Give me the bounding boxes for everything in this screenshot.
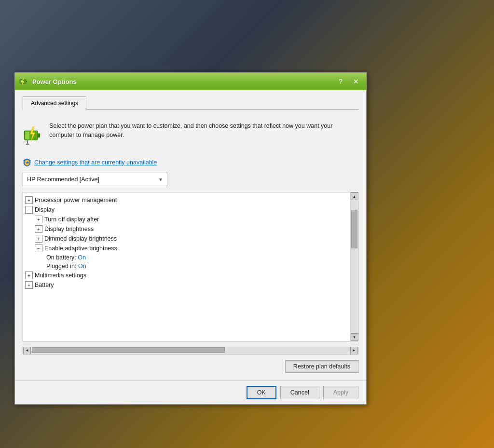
tree-item-multimedia[interactable]: + Multimedia settings bbox=[23, 271, 350, 280]
expand-icon[interactable]: + bbox=[35, 225, 42, 233]
expand-icon[interactable]: − bbox=[35, 244, 42, 252]
close-button[interactable]: ✕ bbox=[350, 75, 362, 88]
expand-icon[interactable]: + bbox=[25, 281, 33, 289]
scroll-left-button[interactable]: ◄ bbox=[23, 347, 31, 354]
svg-rect-8 bbox=[25, 132, 29, 139]
power-icon bbox=[23, 122, 42, 149]
settings-tree: + Processor power management − Display +… bbox=[23, 192, 358, 341]
scroll-down-button[interactable]: ▼ bbox=[351, 333, 358, 341]
h-scroll-thumb[interactable] bbox=[32, 347, 225, 353]
ok-button[interactable]: OK bbox=[247, 386, 276, 399]
title-bar-controls: ? ✕ bbox=[334, 75, 362, 88]
h-scroll-track bbox=[31, 347, 350, 354]
tree-item-adaptive-brightness[interactable]: − Enable adaptive brightness bbox=[23, 244, 350, 253]
tree-item-plugged-in[interactable]: Plugged in: On bbox=[23, 262, 350, 271]
tree-label: Dimmed display brightness bbox=[44, 235, 117, 242]
tree-content: + Processor power management − Display +… bbox=[23, 192, 350, 341]
info-description: Select the power plan that you want to c… bbox=[49, 122, 358, 140]
tree-item-dimmed-brightness[interactable]: + Dimmed display brightness bbox=[23, 234, 350, 244]
expand-icon[interactable]: + bbox=[35, 216, 42, 223]
cancel-button[interactable]: Cancel bbox=[280, 386, 319, 399]
svg-rect-1 bbox=[26, 81, 27, 82]
apply-button[interactable]: Apply bbox=[323, 386, 358, 399]
scroll-right-button[interactable]: ► bbox=[350, 347, 358, 354]
tree-label: Display brightness bbox=[44, 226, 94, 232]
scroll-track bbox=[351, 200, 358, 333]
dialog-body: Advanced settings Select the power plan … bbox=[15, 90, 366, 380]
tab-strip: Advanced settings bbox=[23, 96, 358, 110]
scroll-up-button[interactable]: ▲ bbox=[351, 192, 358, 200]
svg-text:★: ★ bbox=[26, 161, 29, 165]
tree-label: Plugged in: bbox=[46, 263, 78, 270]
tree-item-battery[interactable]: + Battery bbox=[23, 280, 350, 290]
scroll-thumb[interactable] bbox=[351, 210, 357, 248]
shield-icon: ★ bbox=[23, 158, 31, 167]
tree-label: Enable adaptive brightness bbox=[44, 245, 117, 252]
tree-label: Multimedia settings bbox=[35, 272, 86, 279]
tree-label: Processor power management bbox=[35, 197, 117, 204]
info-section: Select the power plan that you want to c… bbox=[23, 117, 358, 150]
tree-label: Battery bbox=[35, 282, 54, 288]
tree-item-display[interactable]: − Display bbox=[23, 205, 350, 215]
change-settings-link[interactable]: ★ Change settings that are currently una… bbox=[23, 158, 358, 167]
vertical-scrollbar: ▲ ▼ bbox=[350, 192, 358, 341]
dropdown-value: HP Recommended [Active] bbox=[27, 176, 99, 183]
tree-label: Turn off display after bbox=[44, 216, 99, 223]
tree-item-on-battery[interactable]: On battery: On bbox=[23, 253, 350, 262]
tree-label: Display bbox=[35, 206, 55, 213]
expand-icon[interactable]: + bbox=[35, 235, 42, 243]
title-bar: Power Options ? ✕ bbox=[15, 73, 366, 90]
expand-icon[interactable]: + bbox=[25, 272, 33, 279]
tree-item-turn-off-display[interactable]: + Turn off display after bbox=[23, 215, 350, 224]
power-options-icon bbox=[19, 77, 28, 86]
change-settings-text: Change settings that are currently unava… bbox=[34, 159, 157, 166]
horizontal-scrollbar: ◄ ► bbox=[23, 347, 358, 354]
tree-item-processor[interactable]: + Processor power management bbox=[23, 195, 350, 205]
restore-plan-defaults-button[interactable]: Restore plan defaults bbox=[285, 360, 358, 373]
tab-advanced-settings[interactable]: Advanced settings bbox=[23, 96, 86, 110]
restore-row: Restore plan defaults bbox=[23, 360, 358, 373]
tree-value-on-battery: On bbox=[78, 254, 86, 261]
dialog-footer: OK Cancel Apply bbox=[15, 380, 366, 404]
help-button[interactable]: ? bbox=[334, 75, 347, 88]
tree-item-display-brightness[interactable]: + Display brightness bbox=[23, 224, 350, 234]
expand-icon[interactable]: + bbox=[25, 196, 33, 204]
power-options-dialog: Power Options ? ✕ Advanced settings bbox=[14, 72, 367, 405]
chevron-down-icon: ▼ bbox=[158, 177, 163, 182]
dropdown-row: HP Recommended [Active] ▼ bbox=[23, 173, 358, 186]
tree-value-plugged-in: On bbox=[78, 263, 86, 270]
dialog-title: Power Options bbox=[32, 78, 334, 85]
plan-dropdown[interactable]: HP Recommended [Active] ▼ bbox=[23, 173, 167, 186]
svg-rect-7 bbox=[38, 134, 40, 138]
expand-icon[interactable]: − bbox=[25, 206, 33, 214]
tree-label: On battery: bbox=[46, 254, 78, 261]
